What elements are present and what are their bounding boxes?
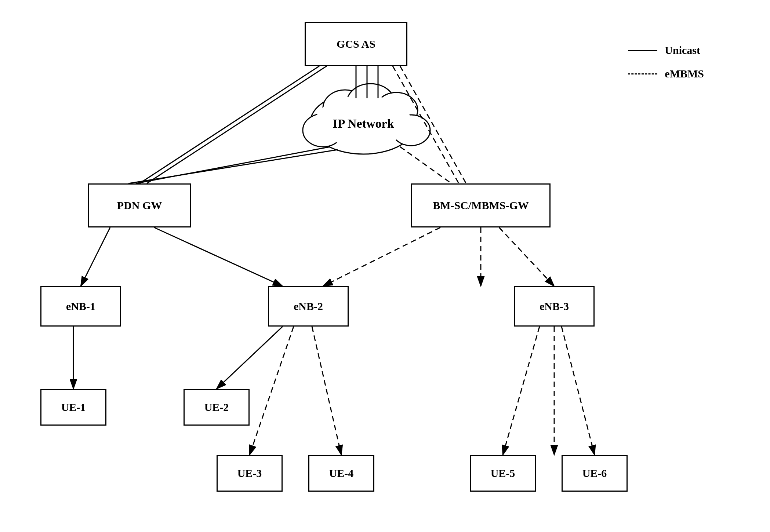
svg-line-26	[312, 327, 341, 455]
ue1-node: UE-1	[40, 389, 106, 426]
ue5-node: UE-5	[470, 455, 536, 492]
enb3-label: eNB-3	[540, 300, 569, 313]
ue4-label: UE-4	[329, 467, 354, 480]
bm-sc-node: BM-SC/MBMS-GW	[411, 183, 551, 227]
svg-line-24	[217, 327, 283, 389]
pdn-gw-label: PDN GW	[117, 199, 162, 212]
enb1-label: eNB-1	[66, 300, 95, 313]
svg-line-22	[499, 227, 554, 286]
gcs-as-node: GCS AS	[305, 22, 407, 66]
enb2-node: eNB-2	[268, 286, 349, 327]
enb1-node: eNB-1	[40, 286, 121, 327]
svg-line-19	[81, 227, 110, 286]
embms-line-icon	[628, 73, 657, 74]
pdn-gw-node: PDN GW	[88, 183, 191, 227]
gcs-as-label: GCS AS	[337, 38, 375, 50]
unicast-line-icon	[628, 50, 657, 51]
ue5-label: UE-5	[491, 467, 515, 480]
svg-line-18	[400, 147, 451, 183]
svg-line-27	[503, 327, 540, 455]
ue6-label: UE-6	[582, 467, 607, 480]
ue2-node: UE-2	[184, 389, 250, 426]
enb3-node: eNB-3	[514, 286, 595, 327]
bm-sc-label: BM-SC/MBMS-GW	[433, 199, 529, 212]
diagram: IP Network	[0, 0, 770, 532]
enb2-label: eNB-2	[294, 300, 323, 313]
ue6-node: UE-6	[562, 455, 628, 492]
ue1-label: UE-1	[61, 401, 86, 413]
svg-line-17	[128, 150, 338, 183]
embms-label: eMBMS	[665, 68, 704, 80]
legend-unicast: Unicast	[628, 44, 704, 57]
ue3-label: UE-3	[237, 467, 262, 480]
svg-line-28	[562, 327, 595, 455]
ip-network-label: IP Network	[333, 117, 394, 130]
legend-embms: eMBMS	[628, 68, 704, 80]
ue3-node: UE-3	[217, 455, 283, 492]
svg-line-20	[154, 227, 283, 286]
legend: Unicast eMBMS	[628, 44, 704, 91]
ue4-node: UE-4	[308, 455, 374, 492]
svg-line-21	[323, 227, 440, 286]
unicast-label: Unicast	[665, 44, 700, 57]
svg-line-25	[250, 327, 294, 455]
ue2-label: UE-2	[204, 401, 229, 413]
